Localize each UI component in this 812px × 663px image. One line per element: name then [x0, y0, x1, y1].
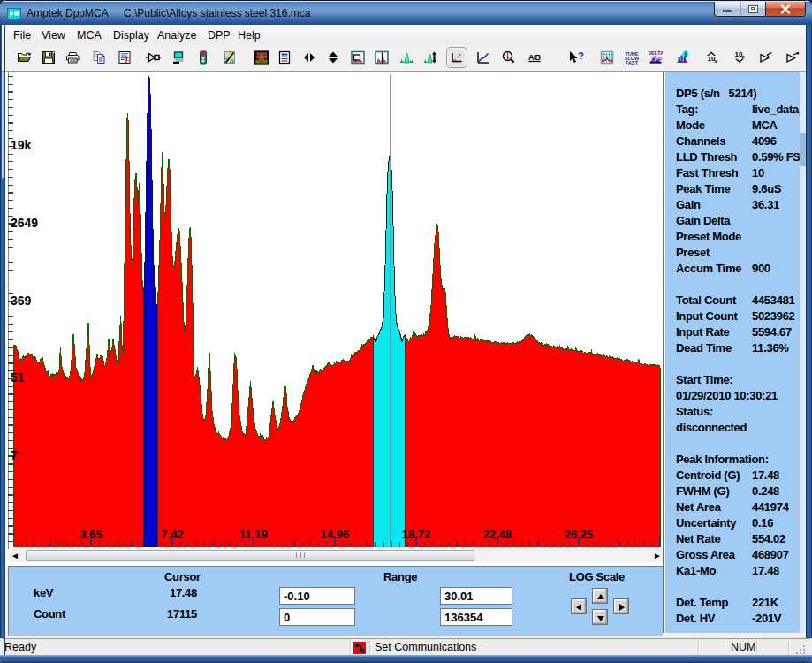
svg-text:2649: 2649 [11, 216, 38, 230]
svg-text:x: x [741, 54, 745, 59]
svg-text:A+B: A+B [528, 53, 542, 62]
svg-text:FAST: FAST [626, 60, 639, 65]
svg-text:P: P [658, 57, 663, 63]
svg-text:18.72: 18.72 [402, 528, 431, 541]
svg-text:19k: 19k [11, 138, 32, 152]
svg-text:51: 51 [11, 370, 25, 385]
svg-text:x: x [714, 58, 717, 64]
svg-text:22.48: 22.48 [483, 528, 512, 541]
svg-text:i: i [685, 50, 687, 58]
svg-text:7: 7 [11, 448, 18, 462]
svg-text:7.42: 7.42 [161, 528, 183, 541]
svg-text:14.96: 14.96 [321, 528, 350, 541]
svg-text:11.19: 11.19 [239, 528, 268, 541]
svg-text:F: F [124, 56, 130, 65]
svg-text:26.25: 26.25 [565, 528, 594, 541]
svg-text:DELTA: DELTA [649, 50, 663, 56]
svg-text:3.65: 3.65 [80, 528, 102, 541]
svg-text:?: ? [578, 50, 584, 61]
svg-text:369: 369 [11, 293, 32, 308]
